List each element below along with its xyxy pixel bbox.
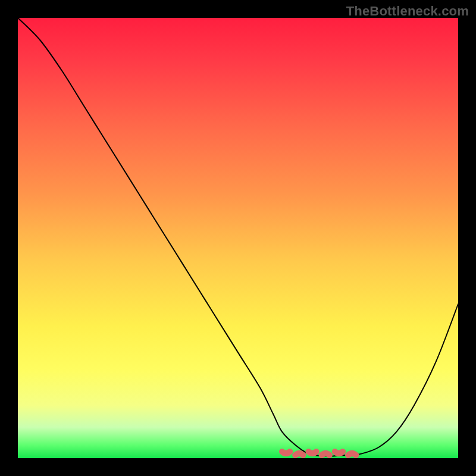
watermark-text: TheBottleneck.com bbox=[346, 4, 469, 19]
optimum-marker bbox=[282, 452, 356, 455]
bottleneck-curve bbox=[18, 18, 458, 456]
plot-area bbox=[18, 18, 458, 458]
chart-svg bbox=[18, 18, 458, 458]
